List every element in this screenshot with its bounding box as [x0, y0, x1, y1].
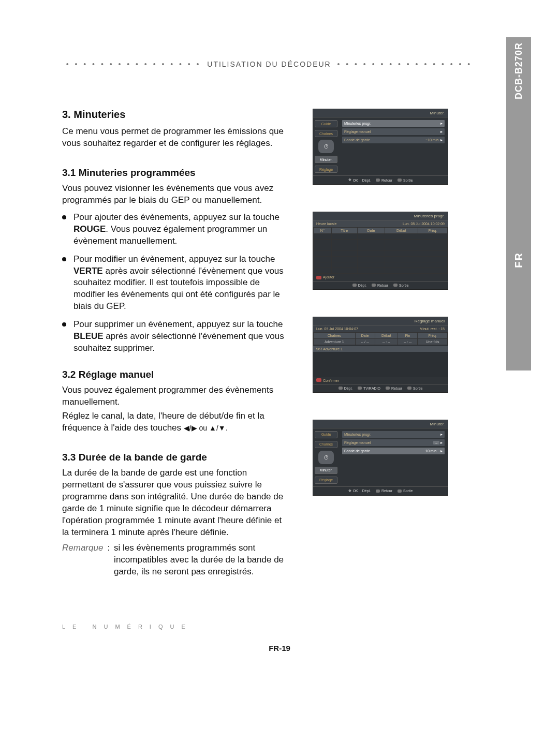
- col-header: Fin: [398, 332, 418, 338]
- side-guide: Guide: [315, 431, 337, 438]
- col-header: Début: [385, 228, 418, 234]
- heading-3-1: 3.1 Minuteries programmées: [62, 167, 288, 179]
- depl-label: Dépl.: [362, 489, 371, 493]
- side-guide: Guide: [315, 120, 337, 127]
- bullet-text: Pour modifier un évènement, appuyez sur …: [73, 254, 275, 264]
- arrow-keys-icon: ◀/▶ ou ▲/▼: [184, 424, 226, 432]
- btn-sortie: Sortie: [407, 387, 422, 390]
- text: .: [226, 423, 228, 433]
- date-value: Lun. 05 Jul 2004 10:04:07: [316, 327, 358, 331]
- screenshot-minuter-menu: Minuter. Guide Chaînes ⏱ Minuter. Réglag…: [313, 109, 448, 185]
- depl-label: Dépl.: [362, 179, 371, 182]
- side-tab: DCB-B270R FR: [506, 37, 531, 370]
- chevron-right-icon: ▸: [440, 129, 443, 134]
- cell: Adventure 1: [314, 338, 356, 345]
- side-chaines: Chaînes: [315, 130, 337, 137]
- clock-icon: ⏱: [318, 451, 334, 464]
- bullet-rouge: Pour ajouter des évènements, appuyez sur…: [62, 212, 288, 247]
- bullet-strong: BLEUE: [73, 331, 104, 341]
- sortie-label: Sortie: [399, 284, 408, 287]
- para-3-3: La durée de la bande de garde est une fo…: [62, 467, 288, 539]
- col-header: Chaînes: [314, 332, 356, 338]
- confirm-label: Confirmer: [323, 379, 339, 382]
- col-header: Date: [355, 332, 375, 338]
- clock-icon: ⏱: [318, 140, 334, 153]
- depl-label: Dépl.: [344, 387, 352, 390]
- btn-retour: Retour: [372, 284, 388, 287]
- bullet-verte: Pour modifier un évènement, appuyez sur …: [62, 254, 288, 313]
- retour-label: Retour: [377, 284, 388, 287]
- side-reglage: Réglage: [315, 166, 337, 173]
- cell: -- / --: [355, 338, 375, 345]
- bullet-list: Pour ajouter des évènements, appuyez sur…: [62, 212, 288, 354]
- sortie-label: Sortie: [403, 489, 413, 493]
- para-3-2b: Réglez le canal, la date, l'heure de déb…: [62, 410, 288, 434]
- shot-title: Minuteries progr.: [313, 212, 448, 220]
- screenshot-minuteries-progr: Minuteries progr. Heure localeLun. 05 Ju…: [313, 212, 448, 290]
- add-label: Ajouter: [323, 275, 334, 279]
- tvradio-label: TV/RADIO: [363, 387, 380, 390]
- model-label: DCB-B270R: [513, 42, 524, 99]
- cell: -- : --: [398, 338, 418, 345]
- row-label: Bande de garde: [344, 138, 370, 142]
- sortie-label: Sortie: [403, 179, 413, 182]
- note-body: si les évènements programmés sont incomp…: [114, 542, 288, 578]
- btn-sortie: Sortie: [398, 489, 413, 493]
- btn-tvradio: TV/RADIO: [358, 387, 380, 390]
- bullet-text: Pour ajouter des évènements, appuyez sur…: [73, 212, 280, 222]
- dots-right: • • • • • • • • • • • • • • • •: [337, 60, 473, 68]
- bullet-strong: ROUGE: [73, 224, 106, 234]
- section-title: UTILISATION DU DÉCODEUR: [207, 60, 331, 68]
- chevron-right-icon: ▸: [440, 440, 443, 445]
- model-tab: DCB-B270R: [506, 37, 531, 105]
- dots-left: • • • • • • • • • • • • • • • •: [66, 60, 201, 68]
- bullet-strong: VERTE: [73, 266, 103, 276]
- sortie-label: Sortie: [413, 387, 422, 390]
- bullet-text: après avoir sélectionné l'évènement que …: [73, 266, 284, 312]
- row-value: –: [433, 441, 439, 444]
- btn-depl: Dépl.: [352, 284, 366, 287]
- nav-icon: ✥ OK Dépl.: [348, 489, 371, 493]
- row-value: 10 min.: [423, 449, 439, 453]
- row-label: Réglage manuel: [344, 441, 371, 444]
- footer-brand: LE NUMÉRIQUE: [62, 624, 193, 630]
- btn-retour: Retour: [376, 489, 392, 493]
- chevron-right-icon: ▸: [440, 138, 443, 142]
- add-row: Ajouter: [313, 274, 448, 281]
- col-header: Date: [357, 228, 385, 234]
- retour-label: Retour: [391, 387, 402, 390]
- btn-sortie: Sortie: [393, 284, 408, 287]
- date-value: Lun. 05 Jul 2004 10:02:09: [403, 222, 445, 226]
- row-value: : 10 min.: [425, 138, 439, 142]
- side-minuter: Minuter.: [315, 156, 337, 163]
- col-header: N°: [314, 228, 332, 234]
- note-colon: :: [107, 542, 110, 578]
- heading-3-3: 3.3 Durée de la bande de garde: [62, 452, 288, 463]
- screenshot-bande-garde: Minuter. Guide Chaînes ⏱ Minuter. Réglag…: [313, 420, 448, 496]
- menu-row: Bande de garde: 10 min. ▸: [342, 137, 445, 143]
- row-label: Minuteries progr.: [344, 122, 371, 125]
- ok-label: OK: [353, 489, 358, 493]
- cell: Une fois: [418, 338, 448, 345]
- heading-minuteries: 3. Minuteries: [62, 109, 288, 121]
- cell: -- : --: [375, 338, 398, 345]
- menu-row: Bande de garde10 min. ▸: [342, 448, 445, 454]
- side-minuter: Minuter.: [315, 467, 337, 474]
- btn-retour: Retour: [376, 179, 392, 182]
- chevron-right-icon: ▸: [440, 121, 443, 126]
- para-3-1: Vous pouvez visionner les évènements que…: [62, 183, 288, 206]
- col-header: Début: [375, 332, 398, 338]
- btn-sortie: Sortie: [398, 179, 413, 182]
- col-header: Titre: [331, 228, 357, 234]
- bullet-text: Pour supprimer un évènement, appuyez sur…: [73, 319, 283, 329]
- row-label: Minuteries progr.: [344, 433, 371, 436]
- col-header: Fréq.: [418, 332, 448, 338]
- bullet-text: après avoir sélectionné l'évènement que …: [73, 331, 284, 353]
- row-label: Réglage manuel: [344, 130, 371, 134]
- lang-label: FR: [513, 252, 525, 268]
- nav-icon: ✥ OK Dépl.: [348, 178, 371, 182]
- menu-row: Réglage manuel– ▸: [342, 439, 445, 446]
- channel-line: 967 Adventure 1: [313, 346, 448, 352]
- confirm-row: Confirmer: [313, 377, 448, 384]
- shot-title: Minuter.: [313, 420, 448, 428]
